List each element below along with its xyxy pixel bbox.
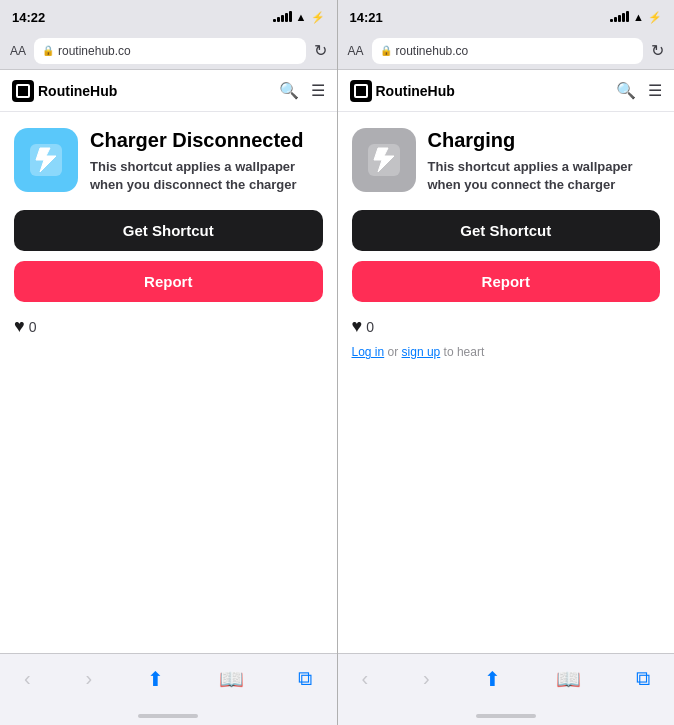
login-prompt: Log in or sign up to heart <box>352 345 661 359</box>
shortcut-header-left: Charger Disconnected This shortcut appli… <box>14 128 323 194</box>
signal-icon-left <box>273 12 292 22</box>
brand-logo-left <box>12 80 34 102</box>
content-right: Charging This shortcut applies a wallpap… <box>338 112 675 653</box>
search-icon-left[interactable]: 🔍 <box>279 81 299 100</box>
shortcut-svg-right <box>364 140 404 180</box>
home-bar-right <box>476 714 536 718</box>
bookmarks-button-left[interactable]: 📖 <box>211 663 252 695</box>
lock-icon-right: 🔒 <box>380 45 392 56</box>
brand-name-right: RoutineHub <box>376 83 455 99</box>
heart-row-left: ♥ 0 <box>14 316 323 337</box>
report-button-right[interactable]: Report <box>352 261 661 302</box>
battery-icon-right: ⚡ <box>648 11 662 24</box>
left-panel: 14:22 ▲ ⚡ AA 🔒 routinehub.co ↻ Rou <box>0 0 337 725</box>
right-panel: 14:21 ▲ ⚡ AA 🔒 routinehub.co ↻ Rou <box>338 0 675 725</box>
bookmarks-button-right[interactable]: 📖 <box>548 663 589 695</box>
url-bar-right[interactable]: 🔒 routinehub.co <box>372 38 643 64</box>
heart-count-right: 0 <box>366 319 374 335</box>
heart-icon-left: ♥ <box>14 316 25 337</box>
heart-count-left: 0 <box>29 319 37 335</box>
forward-button-right[interactable]: › <box>415 663 438 694</box>
status-bar-left: 14:22 ▲ ⚡ <box>0 0 337 32</box>
nav-icons-right: 🔍 ☰ <box>616 81 662 100</box>
status-time-left: 14:22 <box>12 10 45 25</box>
back-button-right[interactable]: ‹ <box>354 663 377 694</box>
shortcut-info-left: Charger Disconnected This shortcut appli… <box>90 128 323 194</box>
url-text-right: routinehub.co <box>396 44 469 58</box>
browser-bar-right[interactable]: AA 🔒 routinehub.co ↻ <box>338 32 675 70</box>
shortcut-info-right: Charging This shortcut applies a wallpap… <box>428 128 661 194</box>
bottom-toolbar-left: ‹ › ⬆ 📖 ⧉ <box>0 653 337 707</box>
nav-icons-left: 🔍 ☰ <box>279 81 325 100</box>
status-icons-left: ▲ ⚡ <box>273 11 325 24</box>
forward-button-left[interactable]: › <box>77 663 100 694</box>
or-text: or <box>384 345 401 359</box>
tabs-button-right[interactable]: ⧉ <box>628 663 658 694</box>
battery-icon-left: ⚡ <box>311 11 325 24</box>
nav-bar-left: RoutineHub 🔍 ☰ <box>0 70 337 112</box>
wifi-icon-right: ▲ <box>633 11 644 23</box>
shortcut-icon-left <box>14 128 78 192</box>
lock-icon-left: 🔒 <box>42 45 54 56</box>
aa-button-left[interactable]: AA <box>10 44 26 58</box>
home-bar-left <box>138 714 198 718</box>
signal-icon-right <box>610 12 629 22</box>
bottom-toolbar-right: ‹ › ⬆ 📖 ⧉ <box>338 653 675 707</box>
shortcut-icon-right <box>352 128 416 192</box>
get-shortcut-button-right[interactable]: Get Shortcut <box>352 210 661 251</box>
url-text-left: routinehub.co <box>58 44 131 58</box>
status-time-right: 14:21 <box>350 10 383 25</box>
refresh-icon-right[interactable]: ↻ <box>651 41 664 60</box>
back-button-left[interactable]: ‹ <box>16 663 39 694</box>
login-link[interactable]: Log in <box>352 345 385 359</box>
menu-icon-right[interactable]: ☰ <box>648 81 662 100</box>
brand-logo-inner-right <box>354 84 368 98</box>
heart-row-right: ♥ 0 <box>352 316 661 337</box>
report-button-left[interactable]: Report <box>14 261 323 302</box>
home-indicator-right <box>338 707 675 725</box>
shortcut-svg-left <box>26 140 66 180</box>
share-button-right[interactable]: ⬆ <box>476 663 509 695</box>
refresh-icon-left[interactable]: ↻ <box>314 41 327 60</box>
content-left: Charger Disconnected This shortcut appli… <box>0 112 337 653</box>
status-bar-right: 14:21 ▲ ⚡ <box>338 0 675 32</box>
brand-left[interactable]: RoutineHub <box>12 80 117 102</box>
heart-icon-right: ♥ <box>352 316 363 337</box>
aa-button-right[interactable]: AA <box>348 44 364 58</box>
brand-logo-right <box>350 80 372 102</box>
suffix-text: to heart <box>440 345 484 359</box>
tabs-button-left[interactable]: ⧉ <box>290 663 320 694</box>
home-indicator-left <box>0 707 337 725</box>
shortcut-desc-right: This shortcut applies a wallpaper when y… <box>428 158 661 194</box>
browser-bar-left[interactable]: AA 🔒 routinehub.co ↻ <box>0 32 337 70</box>
signup-link[interactable]: sign up <box>402 345 441 359</box>
menu-icon-left[interactable]: ☰ <box>311 81 325 100</box>
url-bar-left[interactable]: 🔒 routinehub.co <box>34 38 305 64</box>
share-button-left[interactable]: ⬆ <box>139 663 172 695</box>
status-icons-right: ▲ ⚡ <box>610 11 662 24</box>
brand-right[interactable]: RoutineHub <box>350 80 455 102</box>
shortcut-title-left: Charger Disconnected <box>90 128 323 152</box>
nav-bar-right: RoutineHub 🔍 ☰ <box>338 70 675 112</box>
wifi-icon-left: ▲ <box>296 11 307 23</box>
shortcut-desc-left: This shortcut applies a wallpaper when y… <box>90 158 323 194</box>
search-icon-right[interactable]: 🔍 <box>616 81 636 100</box>
shortcut-header-right: Charging This shortcut applies a wallpap… <box>352 128 661 194</box>
brand-logo-inner-left <box>16 84 30 98</box>
get-shortcut-button-left[interactable]: Get Shortcut <box>14 210 323 251</box>
brand-name-left: RoutineHub <box>38 83 117 99</box>
shortcut-title-right: Charging <box>428 128 661 152</box>
